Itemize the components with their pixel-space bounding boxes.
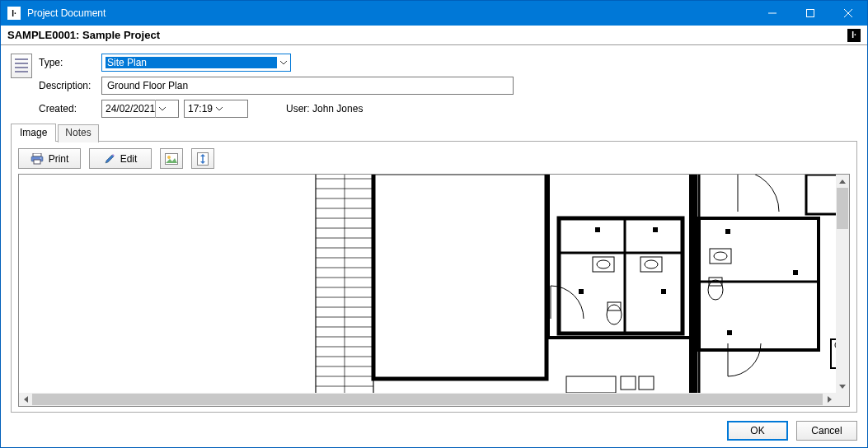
description-label: Description: <box>39 80 96 91</box>
svg-rect-70 <box>639 376 654 390</box>
svg-rect-62 <box>710 249 731 264</box>
edit-label: Edit <box>120 153 138 165</box>
image-toolbar: Print Edit <box>18 148 850 169</box>
tab-notes[interactable]: Notes <box>58 124 98 142</box>
created-date-value: 24/02/2021 <box>106 103 155 114</box>
horizontal-scroll-thumb[interactable] <box>32 394 823 405</box>
maximize-button[interactable] <box>791 1 829 26</box>
created-date-input[interactable]: 24/02/2021 <box>101 100 179 118</box>
svg-rect-66 <box>794 271 797 274</box>
type-combobox[interactable]: Site Plan <box>101 54 291 72</box>
horizontal-scrollbar[interactable] <box>19 393 836 406</box>
created-time-value: 17:19 <box>188 103 213 114</box>
window: I· Project Document SAMPLE0001: Sample P… <box>0 0 868 448</box>
svg-rect-71 <box>806 175 836 214</box>
created-time-input[interactable]: 17:19 <box>184 100 248 118</box>
image-viewport <box>18 174 850 407</box>
pencil-icon <box>104 153 115 165</box>
user-label: User: John Jones <box>286 103 363 114</box>
document-icon <box>11 54 32 78</box>
chevron-down-icon <box>277 54 290 72</box>
chevron-down-icon <box>213 100 226 118</box>
svg-rect-68 <box>566 376 616 393</box>
svg-rect-40 <box>548 175 692 338</box>
minimize-button[interactable] <box>753 1 791 26</box>
tab-image[interactable]: Image <box>11 124 56 142</box>
svg-point-48 <box>645 260 658 268</box>
vertical-scrollbar[interactable] <box>836 175 849 393</box>
scroll-right-button[interactable] <box>823 393 836 406</box>
scroll-down-button[interactable] <box>836 380 849 393</box>
created-label: Created: <box>39 103 96 114</box>
svg-rect-45 <box>593 257 614 272</box>
scroll-left-button[interactable] <box>19 393 32 406</box>
svg-point-60 <box>708 280 723 300</box>
edit-button[interactable]: Edit <box>89 148 152 169</box>
type-value: Site Plan <box>106 57 277 68</box>
svg-rect-52 <box>654 228 657 231</box>
print-label: Print <box>49 153 69 165</box>
window-controls <box>753 1 867 26</box>
svg-point-46 <box>597 260 610 268</box>
svg-rect-53 <box>579 290 583 293</box>
ok-button[interactable]: OK <box>727 421 788 441</box>
horizontal-scroll-track[interactable] <box>32 393 823 406</box>
dialog-footer: OK Cancel <box>727 421 857 441</box>
svg-point-63 <box>714 252 727 260</box>
svg-rect-6 <box>34 160 40 164</box>
picture-icon <box>165 153 178 165</box>
svg-rect-47 <box>640 257 662 272</box>
floor-plan-image <box>19 175 836 393</box>
window-title: Project Document <box>27 7 753 19</box>
image-canvas[interactable] <box>19 175 836 393</box>
scroll-corner <box>836 393 849 406</box>
logo-icon: I· <box>847 29 861 42</box>
vertical-scroll-thumb[interactable] <box>837 188 848 229</box>
titlebar: I· Project Document <box>1 1 867 26</box>
svg-point-9 <box>167 156 171 159</box>
close-button[interactable] <box>829 1 867 26</box>
form-area: Type: Site Plan Description: Created: 24… <box>11 54 857 118</box>
svg-rect-67 <box>726 230 730 233</box>
cancel-button[interactable]: Cancel <box>796 421 857 441</box>
fit-button[interactable] <box>191 148 214 169</box>
svg-rect-39 <box>373 175 547 379</box>
svg-rect-54 <box>662 290 665 293</box>
image-tool-button[interactable] <box>160 148 183 169</box>
vertical-scroll-track[interactable] <box>836 188 849 380</box>
chevron-down-icon <box>155 100 168 118</box>
svg-rect-65 <box>728 331 731 334</box>
created-row: 24/02/2021 17:19 User: John Jones <box>101 100 514 118</box>
tab-panel-image: Print Edit <box>11 141 857 413</box>
svg-rect-56 <box>699 175 836 393</box>
tab-bar: Image Notes <box>11 123 857 141</box>
svg-point-49 <box>607 305 622 324</box>
svg-rect-69 <box>621 376 636 390</box>
svg-rect-41 <box>559 218 683 334</box>
content-area: Type: Site Plan Description: Created: 24… <box>1 45 867 419</box>
description-input[interactable] <box>101 77 514 95</box>
type-label: Type: <box>39 57 96 68</box>
svg-point-7 <box>40 157 41 159</box>
svg-rect-1 <box>807 10 814 17</box>
fit-height-icon <box>197 152 209 166</box>
app-icon: I· <box>7 7 21 20</box>
description-field[interactable] <box>106 79 509 92</box>
print-button[interactable]: Print <box>18 148 81 169</box>
printer-icon <box>30 153 44 165</box>
project-header: SAMPLE0001: Sample Project I· <box>1 26 867 45</box>
scroll-up-button[interactable] <box>836 175 849 188</box>
svg-rect-4 <box>33 153 41 156</box>
svg-rect-51 <box>596 228 599 231</box>
user-value: John Jones <box>312 103 363 114</box>
svg-rect-57 <box>699 218 819 350</box>
project-title: SAMPLE0001: Sample Project <box>7 29 160 41</box>
